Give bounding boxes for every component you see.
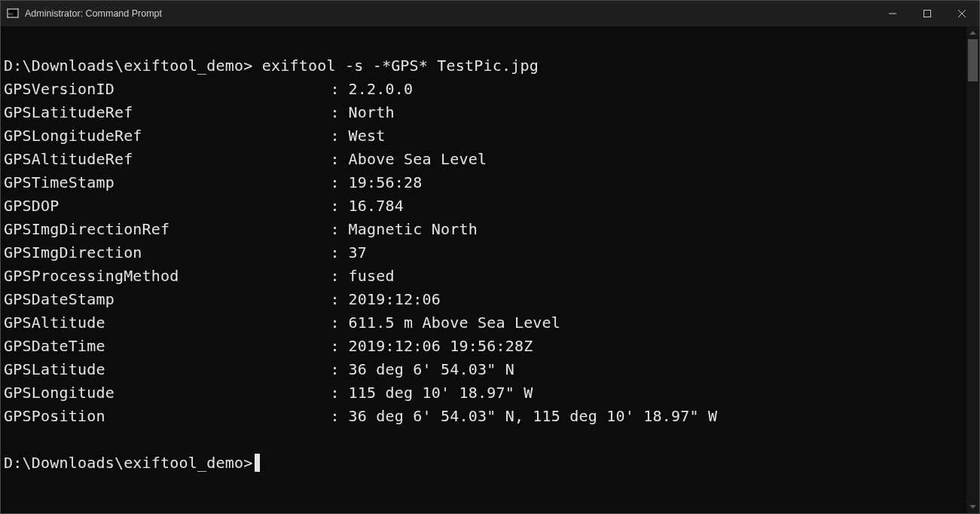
output-label: GPSDateStamp: [4, 288, 330, 311]
output-row: GPSLatitude: 36 deg 6' 54.03" N: [4, 358, 963, 381]
output-row: GPSProcessingMethod: fused: [4, 265, 963, 288]
output-label: GPSLatitude: [4, 358, 330, 381]
output-row: GPSLatitudeRef: North: [4, 101, 963, 124]
window-title: Administrator: Command Prompt: [25, 8, 162, 19]
svg-marker-7: [969, 31, 976, 35]
output-colon: :: [330, 335, 348, 358]
output-label: GPSDOP: [4, 194, 330, 218]
output-row: GPSAltitude: 611.5 m Above Sea Level: [4, 311, 963, 335]
output-colon: :: [330, 381, 348, 405]
output-label: GPSLatitudeRef: [4, 101, 330, 124]
output-colon: :: [330, 148, 348, 171]
output-label: GPSTimeStamp: [4, 171, 330, 194]
output-value: Magnetic North: [349, 220, 478, 238]
output-label: GPSImgDirection: [4, 241, 330, 265]
output-label: GPSLongitudeRef: [4, 124, 330, 148]
client-area: D:\Downloads\exiftool_demo> exiftool -s …: [1, 26, 979, 513]
output-colon: :: [330, 194, 348, 218]
scroll-down-arrow-icon[interactable]: [966, 500, 979, 513]
maximize-button[interactable]: [910, 1, 945, 26]
prompt-path: D:\Downloads\exiftool_demo>: [4, 57, 253, 75]
output-label: GPSPosition: [4, 405, 330, 428]
output-label: GPSDateTime: [4, 335, 330, 358]
output-colon: :: [330, 288, 348, 311]
prompt-line: D:\Downloads\exiftool_demo> exiftool -s …: [4, 54, 963, 78]
output-value: North: [349, 103, 395, 121]
output-value: fused: [349, 267, 395, 285]
command-text: exiftool -s -*GPS* TestPic.jpg: [253, 57, 539, 75]
close-button[interactable]: [945, 1, 979, 26]
output-label: GPSAltitude: [4, 311, 330, 335]
output-colon: :: [330, 101, 348, 124]
output-value: 611.5 m Above Sea Level: [349, 314, 561, 332]
output-value: Above Sea Level: [349, 150, 487, 168]
output-colon: :: [330, 78, 348, 101]
titlebar[interactable]: C:\ Administrator: Command Prompt: [1, 1, 979, 26]
output-row: GPSDateStamp: 2019:12:06: [4, 288, 963, 311]
output-row: GPSDateTime: 2019:12:06 19:56:28Z: [4, 335, 963, 358]
blank-line: [4, 428, 963, 451]
output-colon: :: [330, 218, 348, 241]
text-cursor: [255, 454, 260, 472]
terminal-output[interactable]: D:\Downloads\exiftool_demo> exiftool -s …: [1, 26, 966, 513]
output-row: GPSTimeStamp: 19:56:28: [4, 171, 963, 194]
output-row: GPSAltitudeRef: Above Sea Level: [4, 148, 963, 171]
prompt-line: D:\Downloads\exiftool_demo>: [4, 451, 963, 475]
output-colon: :: [330, 124, 348, 148]
output-row: GPSLongitudeRef: West: [4, 124, 963, 148]
output-value: West: [349, 127, 386, 145]
output-value: 2019:12:06 19:56:28Z: [349, 337, 533, 355]
output-row: GPSVersionID: 2.2.0.0: [4, 78, 963, 101]
output-value: 2.2.0.0: [349, 80, 414, 98]
output-value: 37: [349, 243, 367, 262]
output-row: GPSImgDirection: 37: [4, 241, 963, 265]
output-row: GPSPosition: 36 deg 6' 54.03" N, 115 deg…: [4, 405, 963, 428]
output-row: GPSLongitude: 115 deg 10' 18.97" W: [4, 381, 963, 405]
vertical-scrollbar[interactable]: [966, 26, 979, 513]
minimize-button[interactable]: [875, 1, 910, 26]
output-value: 36 deg 6' 54.03" N: [349, 360, 514, 378]
output-row: GPSImgDirectionRef: Magnetic North: [4, 218, 963, 241]
output-row: GPSDOP: 16.784: [4, 194, 963, 218]
output-value: 36 deg 6' 54.03" N, 115 deg 10' 18.97" W: [349, 407, 718, 425]
output-colon: :: [330, 311, 348, 335]
output-value: 16.784: [349, 197, 404, 215]
output-colon: :: [330, 405, 348, 428]
output-label: GPSAltitudeRef: [4, 148, 330, 171]
output-label: GPSVersionID: [4, 78, 330, 101]
output-colon: :: [330, 241, 348, 265]
output-value: 19:56:28: [349, 173, 423, 191]
scroll-thumb[interactable]: [968, 39, 978, 81]
svg-marker-8: [969, 505, 976, 509]
output-value: 2019:12:06: [349, 290, 441, 308]
output-label: GPSProcessingMethod: [4, 265, 330, 288]
scroll-up-arrow-icon[interactable]: [966, 26, 979, 39]
cmd-icon: C:\: [7, 8, 19, 20]
svg-rect-4: [924, 11, 931, 17]
svg-text:C:\: C:\: [9, 12, 14, 16]
output-label: GPSImgDirectionRef: [4, 218, 330, 241]
command-prompt-window: C:\ Administrator: Command Prompt D:\Dow…: [0, 0, 980, 514]
prompt-path: D:\Downloads\exiftool_demo>: [4, 454, 253, 472]
output-colon: :: [330, 358, 348, 381]
output-value: 115 deg 10' 18.97" W: [349, 384, 533, 402]
blank-line: [4, 31, 963, 54]
output-colon: :: [330, 171, 348, 194]
output-label: GPSLongitude: [4, 381, 330, 405]
output-colon: :: [330, 265, 348, 288]
